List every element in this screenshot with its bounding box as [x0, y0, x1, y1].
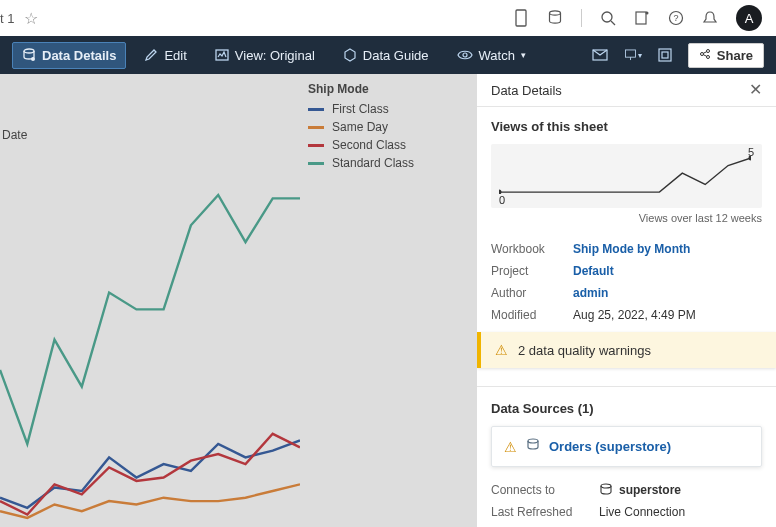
watch-label: Watch: [479, 48, 515, 63]
share-icon: [699, 48, 711, 63]
legend-label: Second Class: [332, 138, 406, 152]
warning-icon: ⚠: [495, 342, 508, 358]
chevron-down-icon: ▾: [521, 50, 526, 60]
svg-point-1: [550, 11, 561, 15]
author-label: Author: [491, 286, 573, 300]
svg-point-24: [528, 439, 538, 443]
share-label: Share: [717, 48, 753, 63]
last-refreshed-label: Last Refreshed: [491, 505, 599, 519]
views-note: Views over last 12 weeks: [491, 212, 762, 224]
svg-point-25: [601, 484, 611, 488]
presentation-icon[interactable]: ▾: [624, 46, 642, 64]
legend-item[interactable]: Same Day: [308, 120, 414, 134]
legend-label: Standard Class: [332, 156, 414, 170]
page-title-fragment: t 1: [0, 11, 14, 26]
new-item-icon[interactable]: [634, 10, 650, 26]
view-icon: [215, 48, 229, 62]
datasource-icon[interactable]: [547, 10, 563, 26]
data-guide-label: Data Guide: [363, 48, 429, 63]
svg-point-8: [24, 49, 34, 53]
svg-point-23: [749, 156, 752, 160]
panel-title: Data Details: [491, 83, 562, 98]
legend-swatch: [308, 144, 324, 147]
data-quality-warning[interactable]: ⚠ 2 data quality warnings: [477, 332, 776, 368]
svg-rect-15: [659, 49, 671, 61]
connects-to-label: Connects to: [491, 483, 599, 497]
workbook-label: Workbook: [491, 242, 573, 256]
modified-label: Modified: [491, 308, 573, 322]
warning-text: 2 data quality warnings: [518, 343, 651, 358]
line-chart[interactable]: [0, 158, 300, 527]
watch-icon: [457, 48, 473, 62]
edit-label: Edit: [164, 48, 186, 63]
legend-item[interactable]: First Class: [308, 102, 414, 116]
datasources-title: Data Sources (1): [491, 401, 762, 416]
watch-button[interactable]: Watch ▾: [447, 42, 536, 69]
visualization-pane: Ship Mode First ClassSame DaySecond Clas…: [0, 74, 476, 527]
database-icon: [599, 483, 613, 497]
legend-title: Ship Mode: [308, 82, 369, 96]
view-original-button[interactable]: View: Original: [205, 42, 325, 69]
legend-swatch: [308, 162, 324, 165]
svg-point-11: [463, 53, 467, 57]
svg-rect-16: [662, 52, 668, 58]
legend-swatch: [308, 126, 324, 129]
alerts-icon[interactable]: [592, 46, 610, 64]
svg-line-3: [611, 21, 615, 25]
connects-to-value[interactable]: superstore: [599, 483, 681, 497]
svg-line-21: [703, 54, 706, 56]
workbook-value[interactable]: Ship Mode by Month: [573, 242, 690, 256]
svg-rect-13: [625, 50, 635, 57]
data-details-panel: Data Details ✕ Views of this sheet 5 0 V…: [476, 74, 776, 527]
data-details-icon: [22, 48, 36, 62]
top-bar: t 1 ☆ ? A: [0, 0, 776, 36]
divider: [581, 9, 582, 27]
legend-label: Same Day: [332, 120, 388, 134]
data-guide-icon: [343, 48, 357, 62]
modified-value: Aug 25, 2022, 4:49 PM: [573, 308, 696, 322]
author-value[interactable]: admin: [573, 286, 608, 300]
legend-item[interactable]: Second Class: [308, 138, 414, 152]
project-value[interactable]: Default: [573, 264, 614, 278]
chart-series[interactable]: [0, 195, 300, 444]
svg-rect-4: [636, 12, 646, 24]
view-toolbar: Data Details Edit View: Original Data Gu…: [0, 36, 776, 74]
search-icon[interactable]: [600, 10, 616, 26]
close-icon[interactable]: ✕: [749, 82, 762, 98]
spark-min: 0: [499, 194, 505, 206]
data-details-button[interactable]: Data Details: [12, 42, 126, 69]
warning-icon: ⚠: [504, 439, 517, 455]
svg-point-5: [646, 12, 649, 15]
views-sparkline: 5 0: [491, 144, 762, 208]
chart-series[interactable]: [0, 484, 300, 518]
device-preview-icon[interactable]: [513, 10, 529, 26]
chart-series[interactable]: [0, 434, 300, 515]
svg-point-19: [706, 55, 709, 58]
x-axis-title: Date: [2, 128, 27, 142]
edit-button[interactable]: Edit: [134, 42, 196, 69]
chart-series[interactable]: [0, 441, 300, 508]
project-label: Project: [491, 264, 573, 278]
legend: First ClassSame DaySecond ClassStandard …: [308, 102, 414, 174]
user-avatar[interactable]: A: [736, 5, 762, 31]
share-button[interactable]: Share: [688, 43, 764, 68]
view-original-label: View: Original: [235, 48, 315, 63]
last-refreshed-value: Live Connection: [599, 505, 685, 519]
datasource-card[interactable]: ⚠ Orders (superstore): [491, 426, 762, 467]
help-icon[interactable]: ?: [668, 10, 684, 26]
edit-icon: [144, 48, 158, 62]
svg-text:?: ?: [673, 13, 678, 23]
data-guide-button[interactable]: Data Guide: [333, 42, 439, 69]
legend-item[interactable]: Standard Class: [308, 156, 414, 170]
data-details-label: Data Details: [42, 48, 116, 63]
notifications-icon[interactable]: [702, 10, 718, 26]
svg-point-18: [706, 49, 709, 52]
svg-point-2: [602, 12, 612, 22]
legend-label: First Class: [332, 102, 389, 116]
datasource-name[interactable]: Orders (superstore): [549, 439, 671, 454]
svg-point-17: [700, 52, 703, 55]
favorite-star-icon[interactable]: ☆: [24, 9, 38, 28]
datasource-icon: [525, 437, 541, 456]
views-section-title: Views of this sheet: [491, 119, 762, 134]
download-icon[interactable]: [656, 46, 674, 64]
